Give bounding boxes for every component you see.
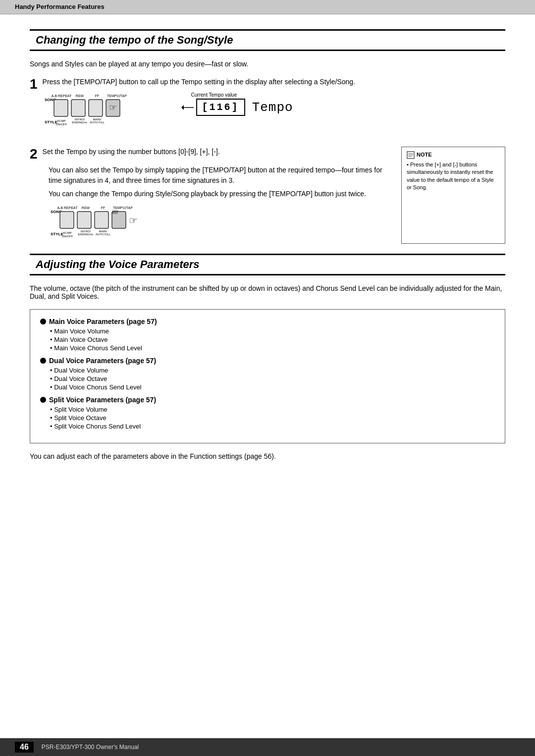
tempo-display: Current Tempo value [ 116 ]	[181, 92, 293, 116]
dual-voice-item-2: Dual Voice Octave	[50, 375, 495, 382]
main-voice-title: Main Voice Parameters (page 57)	[40, 318, 495, 325]
svg-rect-7	[89, 100, 103, 116]
svg-text:A-B REPEAT: A-B REPEAT	[57, 206, 78, 210]
section2-intro: The volume, octave (the pitch of the ins…	[30, 284, 505, 300]
arrow-svg	[181, 100, 196, 115]
tempo-bracket-open: [	[202, 102, 210, 113]
voice-group-split: Split Voice Parameters (page 57) Split V…	[40, 396, 495, 430]
main-voice-item-1: Main Voice Volume	[50, 327, 495, 335]
svg-rect-24	[60, 212, 74, 228]
tempo-word: Tempo	[252, 100, 293, 115]
svg-rect-26	[95, 212, 108, 228]
tempo-value-label: Current Tempo value	[191, 92, 237, 98]
step2-main: 2 Set the Tempo by using the number butt…	[30, 147, 386, 244]
button-panel-2: SONG A-B REPEAT REW FF TEMPO/TAP //// ☞	[49, 204, 386, 244]
split-voice-bullet	[40, 397, 46, 403]
svg-text:☞: ☞	[109, 103, 117, 112]
step2-header: 2 Set the Tempo by using the number butt…	[30, 147, 386, 162]
panel-svg-2: SONG A-B REPEAT REW FF TEMPO/TAP //// ☞	[49, 204, 167, 244]
dual-voice-chorus-send: Dual Voice Chorus Send Level	[50, 383, 495, 391]
note-label: NOTE	[417, 151, 432, 159]
svg-text:ENDING/rit.: ENDING/rit.	[78, 233, 94, 236]
tempo-box: [ 116 ]	[196, 99, 245, 116]
note-pencil-icon	[407, 151, 415, 159]
svg-rect-5	[54, 100, 68, 116]
dual-voice-title: Dual Voice Parameters (page 57)	[40, 357, 495, 365]
note-icon: NOTE	[407, 151, 500, 159]
main-voice-item-2: Main Voice Octave	[50, 336, 495, 343]
section2-title: Adjusting the Voice Parameters	[36, 258, 499, 271]
split-voice-title-text: Split Voice Parameters (page 57)	[49, 396, 156, 404]
tempo-row: [ 116 ] Tempo	[181, 99, 293, 116]
split-voice-items: Split Voice Volume Split Voice Octave Sp…	[50, 406, 495, 430]
svg-text:////: ////	[112, 209, 118, 215]
step2-text: Set the Tempo by using the number button…	[43, 147, 386, 157]
step1-number: 1	[30, 77, 38, 92]
step2-para1: You can also set the Tempo by simply tap…	[49, 165, 386, 186]
svg-rect-6	[71, 100, 85, 116]
tempo-value: 116	[210, 102, 232, 113]
svg-text:REW: REW	[82, 206, 90, 210]
svg-text:ENDING/rit.: ENDING/rit.	[72, 121, 88, 124]
split-voice-title: Split Voice Parameters (page 57)	[40, 396, 495, 404]
svg-text:AUTO FILL: AUTO FILL	[96, 233, 111, 236]
split-voice-item-1: Split Voice Volume	[50, 406, 495, 413]
svg-text:A-B REPEAT: A-B REPEAT	[51, 94, 72, 98]
dual-voice-items: Dual Voice Volume Dual Voice Octave Dual…	[50, 367, 495, 391]
voice-params-box: Main Voice Parameters (page 57) Main Voi…	[30, 309, 505, 443]
svg-text:FF: FF	[95, 94, 99, 98]
section1-title: Changing the tempo of the Song/Style	[36, 34, 499, 47]
svg-text:AUTO FILL: AUTO FILL	[89, 121, 105, 124]
voice-group-main: Main Voice Parameters (page 57) Main Voi…	[40, 318, 495, 352]
svg-text:ON/OFF: ON/OFF	[62, 235, 73, 238]
svg-text:REW: REW	[75, 94, 84, 98]
step2-content: Set the Tempo by using the number button…	[43, 147, 386, 160]
step2: 2 Set the Tempo by using the number butt…	[30, 147, 505, 244]
step2-number: 2	[30, 147, 38, 162]
page: Handy Performance Features Changing the …	[0, 0, 535, 756]
note-text: • Press the [+] and [-] buttons simultan…	[407, 161, 500, 192]
main-voice-title-text: Main Voice Parameters (page 57)	[49, 318, 157, 325]
note-box: NOTE • Press the [+] and [-] buttons sim…	[401, 147, 505, 244]
section2-title-block: Adjusting the Voice Parameters	[30, 254, 505, 275]
svg-text:☞: ☞	[129, 215, 138, 226]
main-voice-bullet	[40, 319, 46, 324]
step1: 1 Press the [TEMPO/TAP] button to call u…	[30, 77, 505, 139]
page-footer: 46 PSR-E303/YPT-300 Owner's Manual	[0, 738, 535, 756]
svg-rect-25	[77, 212, 91, 228]
section1-title-block: Changing the tempo of the Song/Style	[30, 29, 505, 51]
svg-text:ON/OFF: ON/OFF	[55, 123, 67, 126]
dual-voice-item-1: Dual Voice Volume	[50, 367, 495, 374]
step1-text: Press the [TEMPO/TAP] button to call up …	[43, 77, 505, 87]
step2-para2: You can change the Tempo during Style/So…	[49, 189, 386, 199]
button-panel-1: SONG A-B REPEAT REW FF TEMPO/TAP ☞	[43, 92, 505, 132]
header-bar: Handy Performance Features	[0, 0, 535, 14]
page-number: 46	[15, 742, 34, 753]
dual-voice-title-text: Dual Voice Parameters (page 57)	[49, 357, 156, 365]
split-voice-item-2: Split Voice Octave	[50, 414, 495, 422]
split-voice-chorus-send: Split Voice Chorus Send Level	[50, 423, 495, 430]
svg-text:TEMPO/TAP: TEMPO/TAP	[107, 94, 127, 98]
dual-voice-bullet	[40, 358, 46, 364]
main-voice-items: Main Voice Volume Main Voice Octave Main…	[50, 327, 495, 352]
svg-marker-18	[181, 105, 184, 110]
manual-title: PSR-E303/YPT-300 Owner's Manual	[42, 744, 139, 751]
tempo-bracket-close: ]	[232, 102, 239, 113]
section2-footer: You can adjust each of the parameters ab…	[30, 451, 505, 462]
content: Changing the tempo of the Song/Style Son…	[0, 14, 535, 482]
svg-text:ACMP: ACMP	[63, 231, 71, 234]
step1-content: Press the [TEMPO/TAP] button to call up …	[43, 77, 505, 139]
main-voice-chorus-send: Main Voice Chorus Send Level	[50, 344, 495, 352]
panel-svg-1: SONG A-B REPEAT REW FF TEMPO/TAP ☞	[43, 92, 161, 132]
section1-intro: Songs and Styles can be played at any te…	[30, 60, 505, 68]
voice-group-dual: Dual Voice Parameters (page 57) Dual Voi…	[40, 357, 495, 391]
header-label: Handy Performance Features	[15, 3, 105, 10]
svg-text:ACMP: ACMP	[57, 119, 65, 122]
svg-text:FF: FF	[101, 206, 106, 210]
